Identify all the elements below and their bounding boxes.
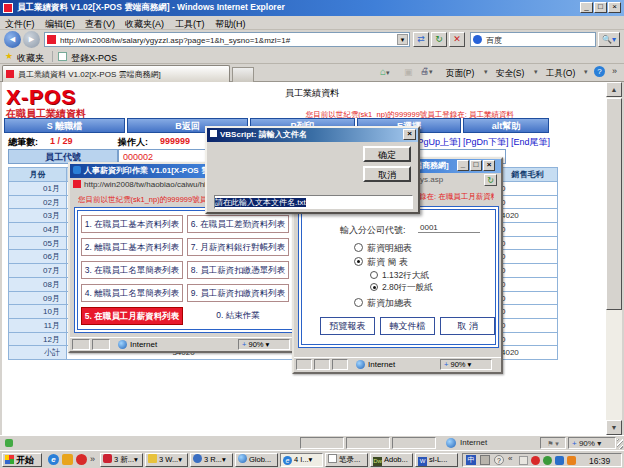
ime-indicator-icon[interactable]: 中: [466, 455, 476, 465]
radio-simple-report[interactable]: 薪資 簡 表: [354, 256, 408, 269]
task-button-notes[interactable]: 笔录...: [325, 453, 368, 467]
dialog-cancel-button[interactable]: 取消: [363, 166, 411, 182]
toolbar-help-button[interactable]: alt幫助: [463, 118, 549, 133]
status-cell: [300, 437, 344, 449]
print-window-url[interactable]: http://win2008/tw/haobiao/caiwu/hiress: [84, 180, 221, 189]
task-label: 3 W...: [159, 455, 178, 464]
maximize-button[interactable]: □: [594, 2, 607, 13]
task-button-r[interactable]: 3 R...▾: [190, 453, 233, 467]
print-button[interactable]: 🖨▾: [420, 66, 433, 76]
scroll-down-button[interactable]: ▼: [606, 420, 622, 435]
caret-3: ▾: [584, 68, 588, 76]
tray-icon-green[interactable]: [543, 456, 552, 465]
stop-button[interactable]: ✕: [449, 32, 465, 47]
help-tray-icon[interactable]: ?: [494, 455, 504, 465]
print-menu-item-7[interactable]: 7. 月薪資料銀行對帳列表: [187, 238, 289, 256]
command-safety[interactable]: 安全(S): [496, 68, 524, 80]
start-button[interactable]: 开始: [2, 453, 42, 467]
home-button[interactable]: ⌂▾: [380, 66, 390, 77]
quicklaunch-ie-icon[interactable]: e: [48, 454, 59, 465]
url-dropdown-icon[interactable]: ▾: [397, 34, 408, 45]
hide-icons-chevron[interactable]: «: [508, 454, 512, 463]
forward-button[interactable]: ►: [23, 31, 40, 48]
search-box[interactable]: 百度: [470, 32, 596, 47]
url-field[interactable]: http://win2008/tw/salary/ygyzzl.asp?page…: [44, 32, 410, 47]
task-button-ie-active[interactable]: e4 I...▾: [280, 453, 323, 467]
options-close-button[interactable]: ×: [483, 160, 495, 171]
command-page[interactable]: 页面(P): [446, 68, 474, 80]
task-button-adobe[interactable]: DwAdob...: [370, 453, 413, 467]
branch-code-label: 輸入分公司代號:: [340, 224, 406, 237]
dialog-close-button[interactable]: ×: [403, 129, 416, 140]
help-button[interactable]: ?: [594, 66, 605, 77]
feeds-button[interactable]: ▣: [404, 67, 413, 77]
task-button-folders[interactable]: 3 W...▾: [145, 453, 188, 467]
task-button-new[interactable]: 3 新...▾: [100, 453, 143, 467]
command-tools[interactable]: 工具(O): [546, 68, 575, 80]
printer-tray-icon[interactable]: [480, 455, 490, 465]
print-menu-item-3[interactable]: 3. 在職員工名單簡表列表: [81, 261, 183, 279]
scroll-thumb[interactable]: [606, 98, 622, 310]
options-zoom-control[interactable]: + 90% ▾: [440, 359, 492, 370]
tab-title: 員工業績資料 V1.02[X-POS 雲端商務網]: [18, 69, 226, 80]
export-file-button[interactable]: 轉文件檔: [380, 317, 435, 335]
tray-icon-orange[interactable]: [567, 456, 576, 465]
scroll-up-button[interactable]: ▲: [606, 82, 622, 97]
go-button[interactable]: ⇄: [413, 32, 429, 47]
resize-grip[interactable]: [617, 439, 623, 449]
total-records-value: 1 / 29: [50, 136, 73, 146]
close-button[interactable]: ×: [608, 2, 621, 13]
cancel-button[interactable]: 取 消: [440, 317, 495, 335]
options-maximize-button[interactable]: □: [470, 160, 482, 171]
command-overflow-chevron[interactable]: »: [612, 66, 617, 76]
print-menu-item-9[interactable]: 9. 員工薪資扣繳資料列表: [187, 284, 289, 302]
search-provider-icon: [473, 35, 482, 44]
options-window-url-fragment[interactable]: ys.asp: [420, 173, 443, 187]
refresh-button[interactable]: ↻: [431, 32, 447, 47]
radio-detail-report[interactable]: 薪資明細表: [354, 242, 412, 255]
dialog-ok-button[interactable]: 确定: [363, 146, 411, 162]
task-button-doc[interactable]: Wsl-L...: [415, 453, 458, 467]
branch-code-input[interactable]: 0001: [418, 223, 480, 233]
quicklaunch-messenger-icon[interactable]: [62, 454, 73, 465]
print-menu-item-6[interactable]: 6. 在職員工差勤資料列表: [187, 215, 289, 233]
radio-paper-80[interactable]: 2.80行一般紙: [370, 282, 433, 294]
print-menu-item-5-active[interactable]: 5. 在職員工月薪資料列表: [81, 307, 183, 325]
options-refresh-button[interactable]: ↻: [484, 174, 497, 186]
site-favicon: [47, 35, 56, 44]
page-scrollbar[interactable]: ▲ ▼: [606, 82, 622, 435]
tab-active[interactable]: 員工業績資料 V1.02[X-POS 雲端商務網]: [2, 65, 230, 82]
radio-total-report[interactable]: 薪資加總表: [354, 297, 412, 310]
tray-icon-blue[interactable]: [555, 456, 564, 465]
dialog-filename-input[interactable]: 請在此輸入文本文件名.txt: [214, 195, 413, 209]
app-blue-icon: [193, 454, 202, 463]
tray-icon-qq[interactable]: [531, 456, 540, 465]
print-menu-item-8[interactable]: 8. 員工薪資扣繳憑單列表: [187, 261, 289, 279]
zoom-control[interactable]: + 90% ▾: [568, 437, 616, 449]
print-menu-item-0-exit[interactable]: 0. 結束作業: [187, 307, 289, 325]
print-menu-item-4[interactable]: 4. 離職員工名單簡表列表: [81, 284, 183, 302]
back-button[interactable]: ◄: [4, 31, 21, 48]
options-minimize-button[interactable]: _: [457, 160, 469, 171]
dialog-icon: [210, 130, 217, 137]
task-button-global[interactable]: Glob...: [235, 453, 278, 467]
print-menu-item-2[interactable]: 2. 離職員工基本資料列表: [81, 238, 183, 256]
print-menu-item-1[interactable]: 1. 在職員工基本資料列表: [81, 215, 183, 233]
toolbar-quit-button[interactable]: S 離職檔: [4, 118, 125, 133]
dialog-title-bar[interactable]: VBScript: 請輸入文件名 ×: [207, 128, 418, 142]
minimize-button[interactable]: _: [580, 2, 593, 13]
search-button[interactable]: 🔍▾: [598, 32, 620, 47]
quicklaunch-chevron[interactable]: »: [90, 454, 95, 464]
globe-icon: [356, 360, 365, 369]
cell-profit: 0: [498, 305, 558, 319]
options-status-zoom: 90%: [450, 360, 465, 369]
new-tab-stub[interactable]: [232, 67, 254, 82]
radio-paper-132[interactable]: 1.132行大紙: [370, 270, 429, 282]
page-title: 員工業績資料: [172, 87, 452, 100]
protected-mode-cell[interactable]: ⚑ ▾: [540, 437, 566, 449]
tray-icon-doc[interactable]: [519, 456, 528, 465]
quicklaunch-qq-icon[interactable]: [76, 454, 87, 465]
preview-report-button[interactable]: 預覽報表: [320, 317, 375, 335]
print-zoom-control[interactable]: + 90% ▾: [238, 339, 290, 350]
tray-clock[interactable]: 16:39: [589, 456, 610, 466]
